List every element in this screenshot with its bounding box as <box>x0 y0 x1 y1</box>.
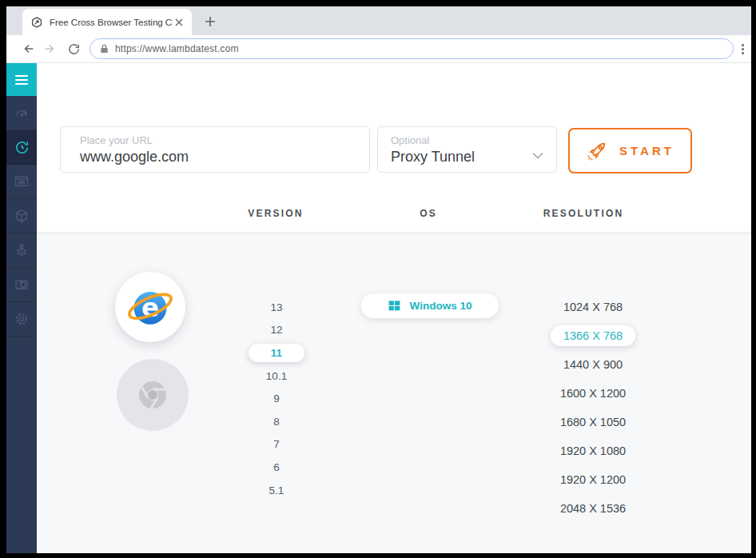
os-column-header: OS <box>420 208 437 219</box>
os-option-windows-10[interactable]: Windows 10 <box>361 293 499 318</box>
resolution-option-label: 1440 X 900 <box>551 354 635 375</box>
url-input[interactable]: Place your URL www.google.com <box>60 126 370 173</box>
resolution-option[interactable]: 2048 X 1536 <box>529 494 657 523</box>
resolution-option[interactable]: 1920 X 1200 <box>529 465 657 494</box>
version-option[interactable]: 11 <box>229 341 324 365</box>
lock-icon <box>100 44 109 54</box>
sidebar-item-lt-browser[interactable] <box>6 268 37 302</box>
browser-toolbar: https://www.lambdatest.com <box>6 35 751 63</box>
version-option-label: 13 <box>248 298 304 317</box>
browser-window: Free Cross Browser Testing Clou htt <box>6 6 751 553</box>
chevron-down-icon <box>532 148 543 162</box>
proxy-selected-value: Proxy Tunnel <box>391 149 545 165</box>
version-option[interactable]: 6 <box>229 456 324 479</box>
sidebar-item-screenshot[interactable] <box>6 165 37 199</box>
tab-title: Free Cross Browser Testing Clou <box>50 18 173 27</box>
os-option-label: Windows 10 <box>410 300 472 312</box>
resolution-option-label: 1920 X 1080 <box>547 440 639 461</box>
version-option[interactable]: 13 <box>229 296 324 319</box>
browser-option-chrome[interactable] <box>117 359 189 431</box>
proxy-optional-label: Optional <box>391 134 545 146</box>
bug-icon <box>14 242 30 258</box>
main-panel: Place your URL www.google.com Optional P… <box>37 63 751 553</box>
version-option[interactable]: 7 <box>229 433 324 456</box>
gear-icon <box>14 311 30 327</box>
lt-browser-icon <box>14 277 30 293</box>
lambdatest-favicon-icon <box>30 16 43 29</box>
version-option[interactable]: 8 <box>229 410 324 433</box>
resolution-option[interactable]: 1680 X 1050 <box>529 408 657 436</box>
version-option-label: 6 <box>251 458 302 476</box>
resolution-option-label: 1600 X 1200 <box>547 383 639 404</box>
resolution-column-header: RESOLUTION <box>543 208 624 219</box>
new-tab-button[interactable] <box>201 13 219 30</box>
url-text: https://www.lambdatest.com <box>115 43 239 54</box>
resolution-option-label: 1920 X 1200 <box>547 469 639 490</box>
resolution-list: 1024 X 7681366 X 7681440 X 9001600 X 120… <box>529 293 657 523</box>
sidebar-item-bug-testing[interactable] <box>6 233 37 268</box>
resolution-option[interactable]: 1024 X 768 <box>529 293 657 321</box>
tab-strip: Free Cross Browser Testing Clou <box>6 6 751 35</box>
resolution-option[interactable]: 1600 X 1200 <box>529 379 657 408</box>
browser-option-internet-explorer[interactable]: e <box>115 272 185 342</box>
menu-toggle-icon[interactable] <box>6 63 37 96</box>
version-column-header: VERSION <box>248 208 303 219</box>
browser-tab[interactable]: Free Cross Browser Testing Clou <box>22 9 192 35</box>
version-option[interactable]: 12 <box>229 319 324 342</box>
chrome-icon <box>135 377 170 413</box>
address-bar[interactable]: https://www.lambdatest.com <box>90 38 734 59</box>
forward-icon[interactable] <box>40 39 59 58</box>
tab-close-icon[interactable] <box>173 16 185 29</box>
resolution-option-label: 1680 X 1050 <box>547 412 639 432</box>
page-content: Place your URL www.google.com Optional P… <box>6 63 751 553</box>
browser-menu-icon[interactable] <box>735 41 750 57</box>
start-button[interactable]: START <box>568 128 692 173</box>
screenshot-eye-icon <box>14 173 30 189</box>
url-input-label: Place your URL <box>80 134 358 146</box>
resolution-option-label: 1366 X 768 <box>551 325 635 346</box>
resolution-option-label: 2048 X 1536 <box>547 498 639 519</box>
version-option-label: 11 <box>249 344 304 362</box>
version-option-label: 10.1 <box>244 367 309 385</box>
version-option[interactable]: 10.1 <box>229 365 324 388</box>
resolution-option-label: 1024 X 768 <box>551 297 635 317</box>
realtime-clock-icon <box>14 139 30 156</box>
version-option-label: 5.1 <box>247 481 307 500</box>
version-option-label: 9 <box>251 389 302 408</box>
package-box-icon <box>14 208 30 224</box>
version-option-label: 7 <box>251 435 302 453</box>
version-option-label: 12 <box>248 321 304 339</box>
version-option[interactable]: 5.1 <box>229 479 324 502</box>
sidebar-item-speedometer-dashboard[interactable] <box>6 96 37 130</box>
proxy-tunnel-select[interactable]: Optional Proxy Tunnel <box>377 126 557 173</box>
back-icon[interactable] <box>19 39 38 58</box>
internet-explorer-icon: e <box>125 282 175 332</box>
rocket-icon <box>586 140 608 162</box>
version-list: 13121110.198765.1 <box>229 296 324 501</box>
sidebar <box>6 63 37 553</box>
windows-logo-icon <box>388 300 400 312</box>
version-option[interactable]: 9 <box>229 387 324 410</box>
resolution-option[interactable]: 1366 X 768 <box>529 321 657 350</box>
speedometer-icon <box>14 105 30 121</box>
start-button-label: START <box>619 144 674 157</box>
reload-icon[interactable] <box>64 39 83 58</box>
resolution-option[interactable]: 1920 X 1080 <box>529 436 657 465</box>
url-input-value: www.google.com <box>80 149 358 165</box>
version-option-label: 8 <box>251 413 302 431</box>
sidebar-item-settings[interactable] <box>6 302 37 337</box>
sidebar-item-realtime-testing[interactable] <box>6 130 37 165</box>
resolution-option[interactable]: 1440 X 900 <box>529 350 657 379</box>
sidebar-item-package[interactable] <box>6 199 37 233</box>
